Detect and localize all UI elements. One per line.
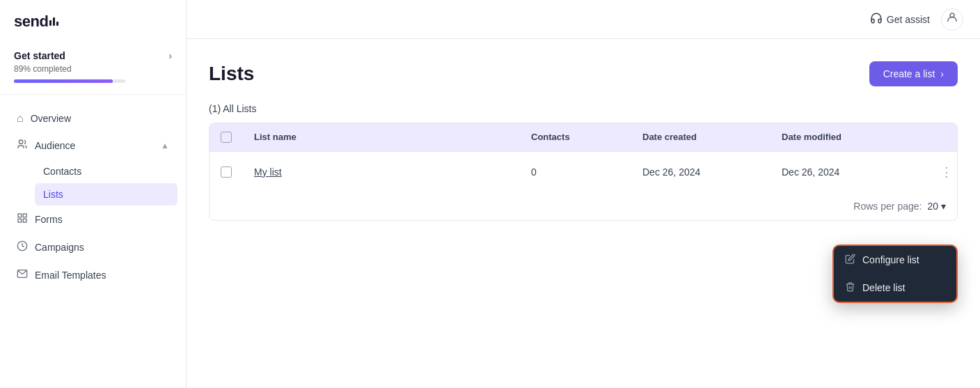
sidebar: send Get started › 89% completed ⌂ Overv… xyxy=(0,0,187,388)
context-menu-configure[interactable]: Configure list xyxy=(834,246,956,274)
sidebar-item-overview-label: Overview xyxy=(31,113,71,124)
table-header-date-created: Date created xyxy=(631,132,770,143)
sidebar-item-forms[interactable]: Forms xyxy=(8,206,177,233)
rows-per-page-value: 20 xyxy=(927,201,938,212)
context-menu-configure-label: Configure list xyxy=(862,254,919,265)
audience-sub-nav: Contacts Lists xyxy=(8,160,177,205)
sidebar-item-overview[interactable]: ⌂ Overview xyxy=(8,106,177,131)
get-started-title: Get started xyxy=(14,50,65,61)
sidebar-item-email-templates-label: Email Templates xyxy=(35,270,106,281)
create-list-label: Create a list xyxy=(883,68,935,79)
sidebar-item-lists[interactable]: Lists xyxy=(35,183,177,205)
home-icon: ⌂ xyxy=(17,112,24,125)
svg-point-0 xyxy=(19,140,22,143)
context-menu-delete[interactable]: Delete list xyxy=(834,274,956,302)
create-list-button[interactable]: Create a list › xyxy=(869,61,958,86)
row-date-created: Dec 26, 2024 xyxy=(631,166,770,178)
email-icon xyxy=(17,268,28,282)
page-content-area: Lists Create a list › (1) All Lists List… xyxy=(187,39,980,388)
logo-icon xyxy=(49,17,58,26)
svg-rect-3 xyxy=(18,219,22,222)
row-contacts: 0 xyxy=(520,166,631,178)
trash-icon xyxy=(845,281,855,294)
list-count-label: (1) All Lists xyxy=(209,103,958,114)
sidebar-item-email-templates[interactable]: Email Templates xyxy=(8,262,177,288)
get-started-arrow[interactable]: › xyxy=(168,50,172,61)
row-list-name[interactable]: My list xyxy=(243,166,520,178)
edit-icon xyxy=(845,254,855,266)
sidebar-item-audience-label: Audience xyxy=(35,140,75,151)
lists-table: List name Contacts Date created Date mod… xyxy=(209,123,958,221)
headphones-icon xyxy=(870,12,883,26)
table-header-list-name: List name xyxy=(243,132,520,143)
row-date-modified: Dec 26, 2024 xyxy=(770,166,924,178)
get-started-percent: 89% completed xyxy=(14,64,172,74)
sidebar-item-forms-label: Forms xyxy=(35,214,63,225)
table-row: My list 0 Dec 26, 2024 Dec 26, 2024 ⋮ xyxy=(210,151,957,192)
user-profile-button[interactable] xyxy=(941,8,963,31)
page-title: Lists xyxy=(209,63,254,85)
sidebar-item-contacts[interactable]: Contacts xyxy=(35,160,177,183)
audience-chevron-icon: ▲ xyxy=(161,141,169,150)
row-checkbox[interactable] xyxy=(221,166,232,178)
forms-icon xyxy=(17,212,28,226)
context-menu-delete-label: Delete list xyxy=(862,282,905,293)
context-menu: Configure list Delete list xyxy=(832,245,958,303)
topbar: Get assist xyxy=(187,0,980,39)
rows-per-page-label: Rows per page: xyxy=(853,201,922,212)
select-all-checkbox[interactable] xyxy=(221,132,232,143)
sidebar-nav: ⌂ Overview Audience ▲ Contacts Lists For… xyxy=(0,95,186,388)
get-assist-label: Get assist xyxy=(887,14,930,25)
progress-bar-fill xyxy=(14,79,113,83)
table-header: List name Contacts Date created Date mod… xyxy=(210,123,957,151)
create-list-arrow: › xyxy=(940,68,944,79)
logo-area: send xyxy=(0,0,186,42)
table-header-checkbox-col xyxy=(210,132,243,143)
progress-bar-background xyxy=(14,79,125,83)
table-header-date-modified: Date modified xyxy=(770,132,924,143)
svg-rect-4 xyxy=(23,219,26,222)
row-checkbox-cell xyxy=(210,166,243,178)
get-assist-button[interactable]: Get assist xyxy=(870,12,930,26)
rows-per-page-selector[interactable]: 20 ▾ xyxy=(927,201,946,212)
table-header-contacts: Contacts xyxy=(520,132,631,143)
page-header: Lists Create a list › xyxy=(209,61,958,86)
logo-text: send xyxy=(14,13,48,31)
user-icon xyxy=(946,11,958,27)
table-header-actions-col xyxy=(924,132,957,143)
get-started-section: Get started › 89% completed xyxy=(0,42,186,95)
svg-rect-2 xyxy=(23,214,26,217)
row-actions-button[interactable]: ⋮ xyxy=(935,162,958,183)
campaigns-icon xyxy=(17,240,28,254)
sidebar-item-audience[interactable]: Audience ▲ xyxy=(8,132,177,159)
main-content: Get assist Lists Create a list › (1) All… xyxy=(187,0,980,388)
sidebar-item-campaigns-label: Campaigns xyxy=(35,242,84,253)
sidebar-item-campaigns[interactable]: Campaigns xyxy=(8,234,177,261)
rows-per-page-chevron-icon: ▾ xyxy=(941,201,946,212)
audience-icon xyxy=(17,139,28,153)
svg-rect-1 xyxy=(18,214,22,217)
table-footer: Rows per page: 20 ▾ xyxy=(210,192,957,220)
row-actions-cell: ⋮ xyxy=(924,162,957,183)
